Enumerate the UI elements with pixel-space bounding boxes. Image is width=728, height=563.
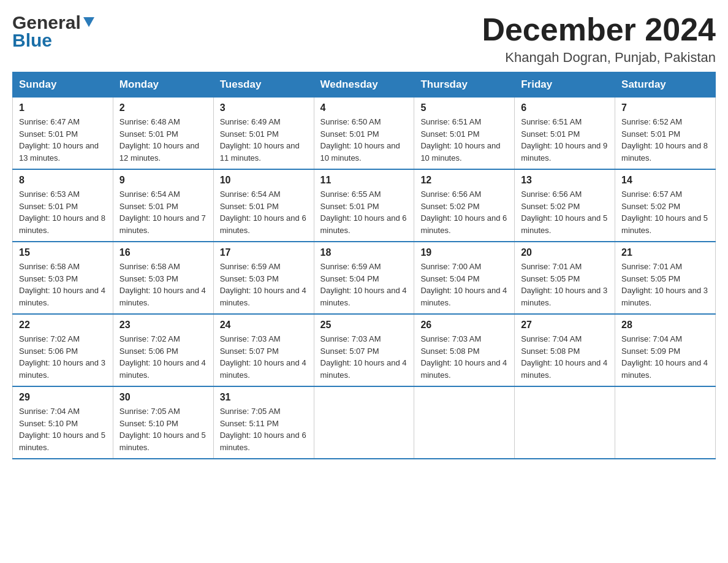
day-number: 23 [119, 320, 207, 331]
day-number: 11 [320, 175, 408, 186]
header-wednesday: Wednesday [314, 72, 414, 98]
calendar-cell: 18 Sunrise: 6:59 AM Sunset: 5:04 PM Dayl… [314, 242, 414, 314]
header-friday: Friday [515, 72, 615, 98]
day-info: Sunrise: 7:04 AM Sunset: 5:08 PM Dayligh… [521, 333, 609, 381]
day-info: Sunrise: 6:48 AM Sunset: 5:01 PM Dayligh… [119, 116, 207, 164]
header-tuesday: Tuesday [213, 72, 314, 98]
calendar-cell: 12 Sunrise: 6:56 AM Sunset: 5:02 PM Dayl… [414, 169, 515, 242]
calendar-cell: 3 Sunrise: 6:49 AM Sunset: 5:01 PM Dayli… [213, 98, 314, 170]
day-number: 30 [119, 392, 207, 403]
day-number: 22 [19, 320, 107, 331]
day-number: 20 [521, 247, 609, 258]
day-info: Sunrise: 7:02 AM Sunset: 5:06 PM Dayligh… [119, 333, 207, 381]
calendar-cell: 20 Sunrise: 7:01 AM Sunset: 5:05 PM Dayl… [515, 242, 615, 314]
calendar-week-row: 8 Sunrise: 6:53 AM Sunset: 5:01 PM Dayli… [13, 169, 716, 242]
day-number: 31 [220, 392, 308, 403]
calendar-cell: 2 Sunrise: 6:48 AM Sunset: 5:01 PM Dayli… [113, 98, 213, 170]
calendar-cell: 19 Sunrise: 7:00 AM Sunset: 5:04 PM Dayl… [414, 242, 515, 314]
calendar-body: 1 Sunrise: 6:47 AM Sunset: 5:01 PM Dayli… [13, 98, 716, 459]
calendar-cell: 24 Sunrise: 7:03 AM Sunset: 5:07 PM Dayl… [213, 314, 314, 386]
header-sunday: Sunday [13, 72, 113, 98]
day-info: Sunrise: 7:03 AM Sunset: 5:07 PM Dayligh… [320, 333, 408, 381]
page-header: General Blue December 2024 Khangah Dogra… [12, 12, 716, 66]
day-number: 18 [320, 247, 408, 258]
calendar-header: Sunday Monday Tuesday Wednesday Thursday… [13, 72, 716, 98]
calendar-cell: 25 Sunrise: 7:03 AM Sunset: 5:07 PM Dayl… [314, 314, 414, 386]
day-number: 13 [521, 175, 609, 186]
day-info: Sunrise: 6:56 AM Sunset: 5:02 PM Dayligh… [521, 188, 609, 236]
logo: General Blue [12, 12, 96, 51]
day-number: 5 [420, 102, 508, 113]
day-number: 9 [119, 175, 207, 186]
calendar-cell: 14 Sunrise: 6:57 AM Sunset: 5:02 PM Dayl… [615, 169, 716, 242]
day-info: Sunrise: 6:50 AM Sunset: 5:01 PM Dayligh… [320, 116, 408, 164]
calendar-cell: 10 Sunrise: 6:54 AM Sunset: 5:01 PM Dayl… [213, 169, 314, 242]
calendar-cell: 6 Sunrise: 6:51 AM Sunset: 5:01 PM Dayli… [515, 98, 615, 170]
day-info: Sunrise: 6:59 AM Sunset: 5:04 PM Dayligh… [320, 261, 408, 308]
day-info: Sunrise: 6:51 AM Sunset: 5:01 PM Dayligh… [521, 116, 609, 164]
day-number: 7 [621, 102, 709, 113]
day-info: Sunrise: 6:51 AM Sunset: 5:01 PM Dayligh… [420, 116, 508, 164]
day-number: 1 [19, 102, 107, 113]
day-info: Sunrise: 6:52 AM Sunset: 5:01 PM Dayligh… [621, 116, 709, 164]
day-info: Sunrise: 7:05 AM Sunset: 5:11 PM Dayligh… [220, 405, 308, 453]
calendar-cell: 27 Sunrise: 7:04 AM Sunset: 5:08 PM Dayl… [515, 314, 615, 386]
calendar-cell [314, 386, 414, 459]
calendar-cell: 15 Sunrise: 6:58 AM Sunset: 5:03 PM Dayl… [13, 242, 113, 314]
calendar-cell: 29 Sunrise: 7:04 AM Sunset: 5:10 PM Dayl… [13, 386, 113, 459]
day-number: 10 [220, 175, 308, 186]
day-info: Sunrise: 7:02 AM Sunset: 5:06 PM Dayligh… [19, 333, 107, 381]
header-monday: Monday [113, 72, 213, 98]
calendar-cell: 13 Sunrise: 6:56 AM Sunset: 5:02 PM Dayl… [515, 169, 615, 242]
day-number: 29 [19, 392, 107, 403]
calendar-week-row: 15 Sunrise: 6:58 AM Sunset: 5:03 PM Dayl… [13, 242, 716, 314]
day-info: Sunrise: 6:54 AM Sunset: 5:01 PM Dayligh… [220, 188, 308, 236]
day-number: 6 [521, 102, 609, 113]
calendar-cell: 16 Sunrise: 6:58 AM Sunset: 5:03 PM Dayl… [113, 242, 213, 314]
calendar-cell: 8 Sunrise: 6:53 AM Sunset: 5:01 PM Dayli… [13, 169, 113, 242]
day-info: Sunrise: 6:58 AM Sunset: 5:03 PM Dayligh… [119, 261, 207, 308]
header-thursday: Thursday [414, 72, 515, 98]
day-info: Sunrise: 7:04 AM Sunset: 5:10 PM Dayligh… [19, 405, 107, 453]
day-info: Sunrise: 6:54 AM Sunset: 5:01 PM Dayligh… [119, 188, 207, 236]
day-number: 14 [621, 175, 709, 186]
day-info: Sunrise: 7:03 AM Sunset: 5:08 PM Dayligh… [420, 333, 508, 381]
weekday-header-row: Sunday Monday Tuesday Wednesday Thursday… [13, 72, 716, 98]
day-number: 21 [621, 247, 709, 258]
calendar-cell: 30 Sunrise: 7:05 AM Sunset: 5:10 PM Dayl… [113, 386, 213, 459]
day-info: Sunrise: 6:57 AM Sunset: 5:02 PM Dayligh… [621, 188, 709, 236]
logo-arrow-icon [82, 15, 96, 31]
day-info: Sunrise: 6:49 AM Sunset: 5:01 PM Dayligh… [220, 116, 308, 164]
day-number: 25 [320, 320, 408, 331]
calendar-cell: 28 Sunrise: 7:04 AM Sunset: 5:09 PM Dayl… [615, 314, 716, 386]
day-info: Sunrise: 6:53 AM Sunset: 5:01 PM Dayligh… [19, 188, 107, 236]
calendar-week-row: 29 Sunrise: 7:04 AM Sunset: 5:10 PM Dayl… [13, 386, 716, 459]
day-info: Sunrise: 6:47 AM Sunset: 5:01 PM Dayligh… [19, 116, 107, 164]
calendar-cell [615, 386, 716, 459]
calendar-cell: 23 Sunrise: 7:02 AM Sunset: 5:06 PM Dayl… [113, 314, 213, 386]
calendar-week-row: 1 Sunrise: 6:47 AM Sunset: 5:01 PM Dayli… [13, 98, 716, 170]
calendar-cell [414, 386, 515, 459]
day-number: 24 [220, 320, 308, 331]
calendar-cell [515, 386, 615, 459]
month-title: December 2024 [482, 12, 716, 47]
day-info: Sunrise: 6:58 AM Sunset: 5:03 PM Dayligh… [19, 261, 107, 308]
calendar-cell: 31 Sunrise: 7:05 AM Sunset: 5:11 PM Dayl… [213, 386, 314, 459]
day-info: Sunrise: 7:03 AM Sunset: 5:07 PM Dayligh… [220, 333, 308, 381]
calendar-cell: 9 Sunrise: 6:54 AM Sunset: 5:01 PM Dayli… [113, 169, 213, 242]
day-number: 3 [220, 102, 308, 113]
day-number: 26 [420, 320, 508, 331]
day-number: 17 [220, 247, 308, 258]
day-number: 19 [420, 247, 508, 258]
calendar-cell: 5 Sunrise: 6:51 AM Sunset: 5:01 PM Dayli… [414, 98, 515, 170]
calendar-cell: 1 Sunrise: 6:47 AM Sunset: 5:01 PM Dayli… [13, 98, 113, 170]
calendar-cell: 21 Sunrise: 7:01 AM Sunset: 5:05 PM Dayl… [615, 242, 716, 314]
day-number: 2 [119, 102, 207, 113]
day-info: Sunrise: 7:04 AM Sunset: 5:09 PM Dayligh… [621, 333, 709, 381]
day-number: 12 [420, 175, 508, 186]
svg-marker-0 [83, 17, 94, 27]
day-number: 27 [521, 320, 609, 331]
day-info: Sunrise: 6:55 AM Sunset: 5:01 PM Dayligh… [320, 188, 408, 236]
calendar-cell: 4 Sunrise: 6:50 AM Sunset: 5:01 PM Dayli… [314, 98, 414, 170]
calendar-table: Sunday Monday Tuesday Wednesday Thursday… [12, 72, 716, 459]
